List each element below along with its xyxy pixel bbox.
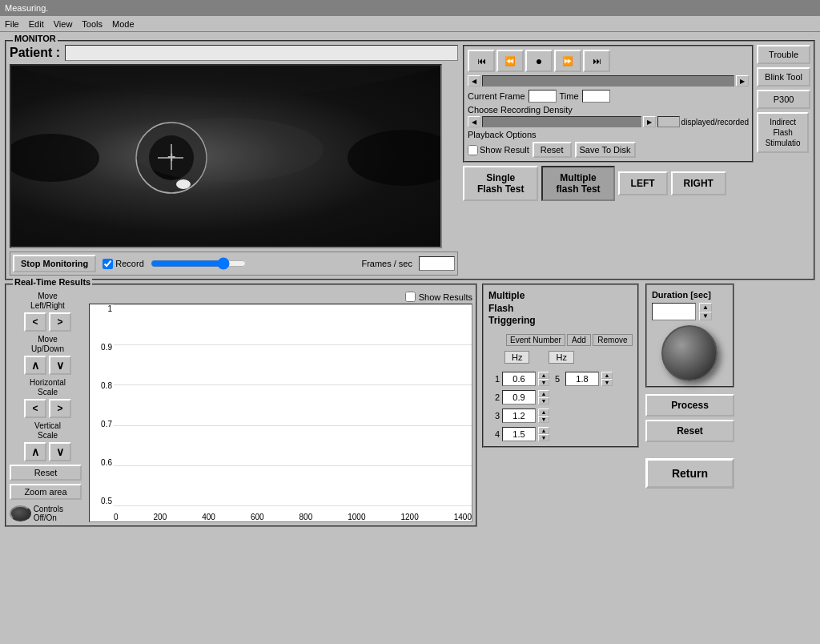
v-scale-increase-button[interactable]: ∨ (49, 442, 71, 461)
move-up-button[interactable]: ∧ (24, 356, 46, 375)
h-scale-label: HorizontalScale (30, 378, 66, 397)
frames-slider[interactable] (151, 257, 247, 270)
duration-spin-down[interactable]: ▼ (699, 312, 712, 320)
3d-ball (661, 325, 718, 381)
realtime-label: Real-Time Results (13, 277, 92, 287)
mf-spin-down-1b[interactable]: ▼ (601, 379, 613, 386)
density-value[interactable]: 1/8 (657, 116, 680, 127)
left-panel: Patient : (10, 45, 458, 276)
realtime-reset-button[interactable]: Reset (10, 465, 82, 481)
frames-value[interactable]: 262 (419, 256, 455, 271)
mf-hz1-input-1[interactable] (502, 372, 536, 386)
move-lr-label: MoveLeft/Right (30, 292, 65, 311)
slider-container (151, 257, 356, 270)
chart-grid (114, 304, 472, 505)
mf-row-2: 2 ▲ ▼ (488, 390, 633, 405)
time-value[interactable]: 1 (582, 90, 610, 103)
single-flash-test-button[interactable]: SingleFlash Test (463, 166, 538, 201)
playback-label: Playback Options (468, 130, 537, 139)
mf-spin-3: ▲ ▼ (538, 409, 549, 423)
mf-spin-up-3[interactable]: ▲ (538, 409, 549, 416)
x-label-1400: 1400 (454, 513, 472, 521)
trouble-button[interactable]: Trouble (757, 45, 810, 64)
mf-hz1-input-2[interactable] (502, 390, 536, 405)
current-frame-value[interactable]: 1 (529, 90, 557, 103)
add-header: Add (567, 334, 591, 346)
skip-back-button[interactable]: ⏮ (468, 50, 495, 72)
process-button[interactable]: Process (645, 394, 734, 417)
move-left-button[interactable]: < (24, 312, 46, 332)
p300-button[interactable]: P300 (757, 90, 810, 109)
y-label-08: 0.8 (90, 381, 112, 390)
density-left-button[interactable]: ◀ (468, 116, 480, 127)
mf-spin-up-4[interactable]: ▲ (538, 427, 549, 434)
title-text: Measuring. (5, 3, 48, 13)
v-scale-decrease-button[interactable]: ∧ (24, 442, 46, 461)
time-label: Time (560, 91, 579, 101)
move-down-button[interactable]: ∨ (49, 356, 71, 375)
density-right-button[interactable]: ▶ (643, 116, 656, 127)
menu-mode[interactable]: Mode (112, 19, 135, 29)
show-results-checkbox[interactable] (405, 292, 416, 302)
blink-tool-button[interactable]: Blink Tool (757, 67, 810, 87)
mf-hz2-input-1[interactable] (565, 372, 599, 386)
duration-spin-up[interactable]: ▲ (699, 303, 712, 312)
move-right-button[interactable]: > (49, 312, 71, 332)
density-track (482, 116, 641, 127)
transport-track (482, 75, 734, 87)
mf-spin-up-1b[interactable]: ▲ (601, 372, 613, 379)
menu-file[interactable]: File (5, 19, 19, 29)
mf-spin-up-2[interactable]: ▲ (538, 390, 549, 397)
mf-spin-down-2[interactable]: ▼ (538, 397, 549, 405)
toggle-knob[interactable] (10, 505, 31, 521)
mf-spin-down-4[interactable]: ▼ (538, 434, 549, 441)
hz-header-row: Hz Hz (504, 351, 633, 364)
menu-tools[interactable]: Tools (82, 19, 102, 29)
skip-forward-button[interactable]: ⏭ (583, 50, 610, 72)
menu-edit[interactable]: Edit (29, 19, 44, 29)
x-label-1000: 1000 (348, 513, 365, 521)
h-scale-increase-button[interactable]: > (49, 399, 71, 418)
mf-rows-area: 1 ▲ ▼ 5 ▲ ▼ (488, 370, 633, 441)
x-label-600: 600 (251, 513, 264, 521)
right-bottom-panel: MultipleFlashTriggering Event Number Add… (482, 284, 815, 527)
mf-hz1-input-4[interactable] (502, 427, 536, 441)
menu-view[interactable]: View (54, 19, 73, 29)
indirect-flash-button[interactable]: IndirectFlashStimulatio (757, 112, 809, 153)
multiple-flash-test-button[interactable]: Multipleflash Test (541, 166, 614, 201)
show-result-checkbox[interactable] (468, 145, 478, 155)
h-scale-decrease-button[interactable]: < (24, 399, 46, 418)
bottom-reset-button[interactable]: Reset (645, 420, 734, 442)
title-bar: Measuring. (0, 0, 820, 16)
patient-row: Patient : (10, 45, 458, 61)
svg-point-7 (131, 118, 324, 182)
duration-input[interactable]: 5.5 (652, 303, 696, 320)
transport-slider-row: ◀ ▶ (468, 75, 749, 87)
move-ud-buttons: ∧ ∨ (24, 356, 71, 375)
slider-left-button[interactable]: ◀ (468, 75, 480, 87)
transport-reset-button[interactable]: Reset (533, 142, 572, 158)
mf-spin-down-3[interactable]: ▼ (538, 416, 549, 423)
slider-right-button[interactable]: ▶ (736, 75, 749, 87)
stop-monitoring-button[interactable]: Stop Monitoring (13, 255, 96, 272)
controls-toggle: Controls Off/On (10, 505, 86, 522)
mf-spin-2: ▲ ▼ (538, 390, 549, 405)
left-button[interactable]: LEFT (618, 171, 668, 195)
mf-header: MultipleFlashTriggering (488, 290, 633, 328)
right-button[interactable]: RIGHT (671, 171, 726, 195)
duration-input-row: 5.5 ▲ ▼ (652, 303, 728, 320)
patient-label: Patient : (10, 46, 60, 60)
mf-hz1-input-3[interactable] (502, 409, 536, 423)
record-checkbox[interactable] (102, 259, 113, 269)
record-button[interactable]: ● (525, 50, 553, 72)
save-to-disk-button[interactable]: Save To Disk (575, 142, 636, 158)
mf-spin-up-1[interactable]: ▲ (538, 372, 549, 379)
return-button[interactable]: Return (645, 458, 734, 489)
rewind-button[interactable]: ⏪ (496, 50, 524, 72)
test-buttons-row: SingleFlash Test Multipleflash Test LEFT… (463, 166, 754, 201)
patient-input[interactable] (65, 45, 458, 61)
mf-spin-down-1[interactable]: ▼ (538, 379, 549, 386)
zoom-area-button[interactable]: Zoom area (10, 484, 82, 500)
show-result-checkbox-row: Show Result (468, 145, 529, 155)
fast-forward-button[interactable]: ⏩ (554, 50, 581, 72)
